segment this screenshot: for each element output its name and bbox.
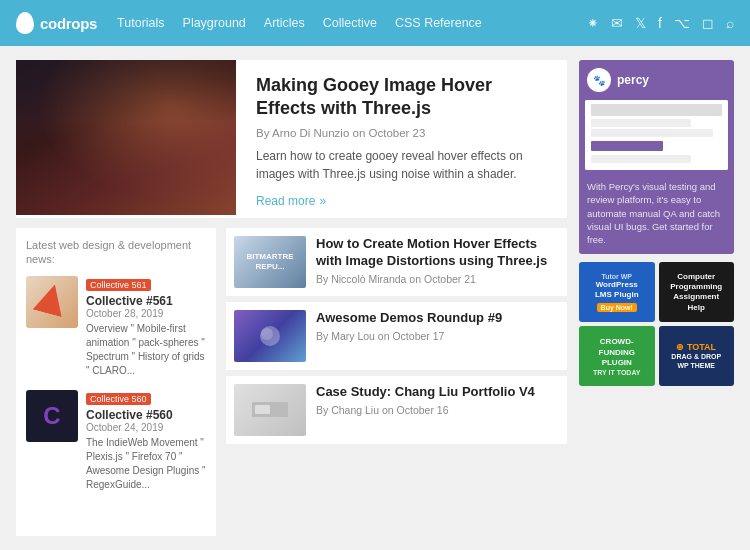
featured-article: ODS & FORESTS ROCKS & MOUNTAINS Making G… [16, 60, 567, 218]
percy-name: percy [617, 73, 649, 87]
articles-list: BITMARTRE REPU... How to Create Motion H… [226, 228, 567, 536]
ad-assignment[interactable]: ComputerProgrammingAssignmentHelp [659, 262, 735, 322]
collective-badge-560: Collective 560 [86, 393, 151, 405]
ad-crowdfunding-cta: TRY IT TODAY [593, 369, 640, 376]
percy-ui-bar-3 [591, 129, 713, 137]
featured-title[interactable]: Making Gooey Image Hover Effects with Th… [256, 74, 555, 121]
percy-description: With Percy's visual testing and review p… [579, 174, 734, 254]
github-icon[interactable]: ⌥ [674, 15, 690, 31]
article-author-2: By Mary Lou on October 17 [316, 330, 502, 342]
ad-total[interactable]: ⊕ TOTAL DRAG & DROPWP THEME [659, 326, 735, 386]
nav-social-icons: ⁕ ✉ 𝕏 f ⌥ ◻ ⌕ [587, 15, 734, 31]
collective-desc-561: Overview " Mobile-first animation " pack… [86, 322, 206, 378]
rss-icon[interactable]: ⁕ [587, 15, 599, 31]
percy-ui-bar-2 [591, 119, 691, 127]
article-author-3: By Chang Liu on October 16 [316, 404, 535, 416]
article-item-1[interactable]: BITMARTRE REPU... How to Create Motion H… [226, 228, 567, 296]
ad-crowdfunding-title: CROWD-FUNDINGPLUGIN [599, 337, 635, 368]
twitter-icon[interactable]: 𝕏 [635, 15, 646, 31]
article-thumb-1: BITMARTRE REPU... [234, 236, 306, 288]
percy-ui-mock [585, 100, 728, 170]
collective-item-561[interactable]: Collective 561 Collective #561 October 2… [26, 276, 206, 378]
collective-letter-icon: C [43, 404, 60, 428]
read-more-link[interactable]: Read more » [256, 194, 326, 208]
featured-author: By Arno Di Nunzio on October 23 [256, 127, 555, 139]
ad-tutor-label: Tutor WP [601, 273, 632, 280]
collective-header: Latest web design & development news: [26, 238, 206, 267]
percy-logo-icon: 🐾 [587, 68, 611, 92]
collective-badge-561: Collective 561 [86, 279, 151, 291]
collective-date-560: October 24, 2019 [86, 422, 206, 433]
percy-ad[interactable]: 🐾 percy With Percy's visual testing and … [579, 60, 734, 254]
ad-total-sub: DRAG & DROPWP THEME [671, 352, 721, 370]
collective-thumb-560: C [26, 390, 78, 442]
logo[interactable]: codrops [16, 12, 97, 34]
article-title-1: How to Create Motion Hover Effects with … [316, 236, 559, 270]
article-title-3: Case Study: Chang Liu Portfolio V4 [316, 384, 535, 401]
percy-ui-bar-1 [591, 104, 722, 116]
article-text-3: Case Study: Chang Liu Portfolio V4 By Ch… [316, 384, 535, 416]
article-thumb-2 [234, 310, 306, 362]
ad-assignment-title: ComputerProgrammingAssignmentHelp [670, 272, 722, 314]
instagram-icon[interactable]: ◻ [702, 15, 714, 31]
email-icon[interactable]: ✉ [611, 15, 623, 31]
percy-ui-bar-4 [591, 155, 691, 163]
collective-desc-560: The IndieWeb Movement " Plexis.js " Fire… [86, 436, 206, 492]
right-sidebar: 🐾 percy With Percy's visual testing and … [579, 60, 734, 536]
nav-collective[interactable]: Collective [323, 16, 377, 30]
article-title-2: Awesome Demos Roundup #9 [316, 310, 502, 327]
article-thumb-3 [234, 384, 306, 436]
search-icon[interactable]: ⌕ [726, 15, 734, 31]
bottom-row: Latest web design & development news: Co… [16, 228, 567, 536]
article-author-1: By Niccolò Miranda on October 21 [316, 273, 559, 285]
collective-info-561: Collective 561 Collective #561 October 2… [86, 276, 206, 378]
featured-description: Learn how to create gooey reveal hover e… [256, 147, 555, 183]
collective-date-561: October 28, 2019 [86, 308, 206, 319]
svg-point-1 [261, 328, 273, 340]
main-content: ODS & FORESTS ROCKS & MOUNTAINS Making G… [0, 46, 750, 550]
nav-tutorials[interactable]: Tutorials [117, 16, 164, 30]
article-item-3[interactable]: Case Study: Chang Liu Portfolio V4 By Ch… [226, 376, 567, 444]
article-item-2[interactable]: Awesome Demos Roundup #9 By Mary Lou on … [226, 302, 567, 370]
svg-rect-3 [255, 405, 270, 414]
featured-content: Making Gooey Image Hover Effects with Th… [252, 60, 567, 218]
article-text-1: How to Create Motion Hover Effects with … [316, 236, 559, 285]
collective-title-561: Collective #561 [86, 294, 206, 308]
nav-css-reference[interactable]: CSS Reference [395, 16, 482, 30]
nav-menu: Tutorials Playground Articles Collective… [117, 16, 567, 30]
collective-info-560: Collective 560 Collective #560 October 2… [86, 390, 206, 492]
ad-total-title: ⊕ TOTAL [676, 342, 716, 352]
collective-box: Latest web design & development news: Co… [16, 228, 216, 536]
percy-ui-button [591, 141, 663, 151]
nav-playground[interactable]: Playground [183, 16, 246, 30]
ad-tutor-title: WordPressLMS Plugin [595, 280, 639, 299]
collective-shape-icon [33, 281, 70, 318]
featured-img-overlay [16, 60, 236, 215]
article-text-2: Awesome Demos Roundup #9 By Mary Lou on … [316, 310, 502, 342]
ad-tutor[interactable]: Tutor WP WordPressLMS Plugin Buy Now! [579, 262, 655, 322]
left-center-column: ODS & FORESTS ROCKS & MOUNTAINS Making G… [16, 60, 567, 536]
nav-articles[interactable]: Articles [264, 16, 305, 30]
logo-drop-icon [16, 12, 34, 34]
percy-header: 🐾 percy [579, 60, 734, 96]
featured-image: ODS & FORESTS ROCKS & MOUNTAINS [16, 60, 236, 215]
navigation: codrops Tutorials Playground Articles Co… [0, 0, 750, 46]
ad-grid: Tutor WP WordPressLMS Plugin Buy Now! Co… [579, 262, 734, 386]
collective-item-560[interactable]: C Collective 560 Collective #560 October… [26, 390, 206, 492]
article-visual-icon [255, 321, 285, 351]
facebook-icon[interactable]: f [658, 15, 662, 31]
collective-title-560: Collective #560 [86, 408, 206, 422]
percy-screenshot [585, 100, 728, 170]
collective-thumb-561 [26, 276, 78, 328]
logo-text: codrops [40, 15, 97, 32]
ad-crowdfunding[interactable]: CROWD-FUNDINGPLUGIN TRY IT TODAY [579, 326, 655, 386]
ad-tutor-button[interactable]: Buy Now! [597, 303, 637, 312]
article-portfolio-icon [250, 397, 290, 422]
